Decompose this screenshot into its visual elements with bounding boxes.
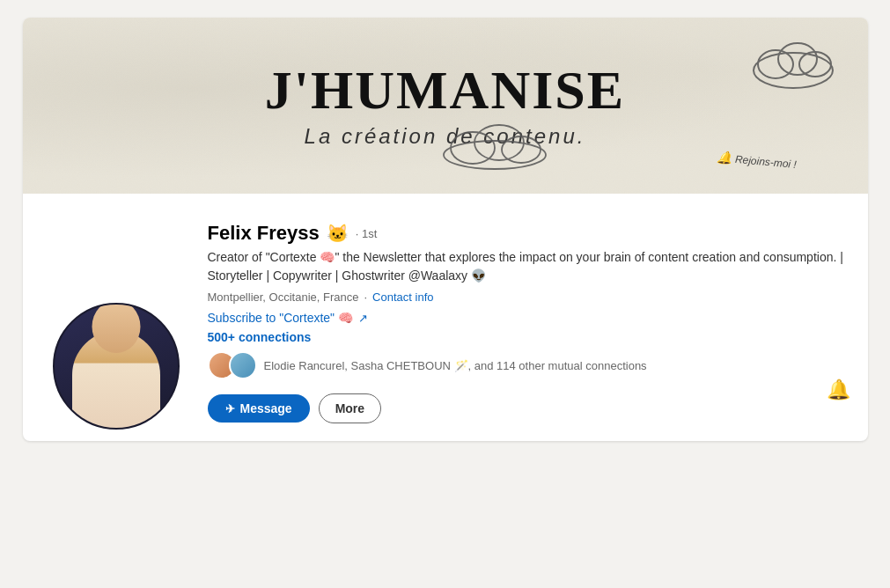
external-link-icon: ↗ [358,312,368,325]
newsletter-link-label: Subscribe to "Cortexte" 🧠 [208,311,353,325]
avatar [49,299,183,433]
cloud-center-decoration [433,120,556,176]
svg-point-0 [754,53,833,88]
more-button[interactable]: More [319,393,381,423]
message-button-label: Message [240,401,292,415]
banner-title: J'HUMANISE [265,62,625,117]
rejoins-moi-label: Rejoins-moi ! [717,150,798,171]
mutual-avatars [208,351,257,379]
mutual-connections-text: Elodie Rancurel, Sasha CHETBOUN 🪄, and 1… [264,359,647,372]
profile-headline: Creator of "Cortexte 🧠" the Newsletter t… [208,248,847,285]
action-buttons-row: ✈ Message More [208,393,847,423]
location-row: Montpellier, Occitanie, France · Contact… [208,290,847,304]
bell-icon[interactable]: 🔔 [827,379,850,401]
svg-point-2 [778,43,817,75]
bell-icon-wrapper[interactable]: 🔔 [827,379,850,401]
cloud-top-right-decoration [745,31,842,96]
connections-link[interactable]: 500+ connections [208,330,312,344]
avatar-wrapper [49,299,183,433]
profile-name: Felix Freyss [208,222,320,245]
profile-card: J'HUMANISE La création de contenu. Rejoi… [23,18,868,441]
name-row: Felix Freyss 🐱 · 1st [208,222,847,245]
location-text: Montpellier, Occitanie, France [208,290,359,304]
name-emoji: 🐱 [327,223,349,244]
avatar-person [55,305,178,428]
newsletter-link[interactable]: Subscribe to "Cortexte" 🧠 ↗ [208,311,368,325]
person-silhouette [72,331,160,428]
mutual-avatar-2 [229,351,257,379]
banner: J'HUMANISE La création de contenu. Rejoi… [23,18,868,194]
mutual-connections-row: Elodie Rancurel, Sasha CHETBOUN 🪄, and 1… [208,351,847,379]
connection-level: · 1st [356,227,378,240]
message-button[interactable]: ✈ Message [208,394,310,423]
message-send-icon: ✈ [225,402,235,415]
contact-info-link[interactable]: Contact info [372,290,433,304]
